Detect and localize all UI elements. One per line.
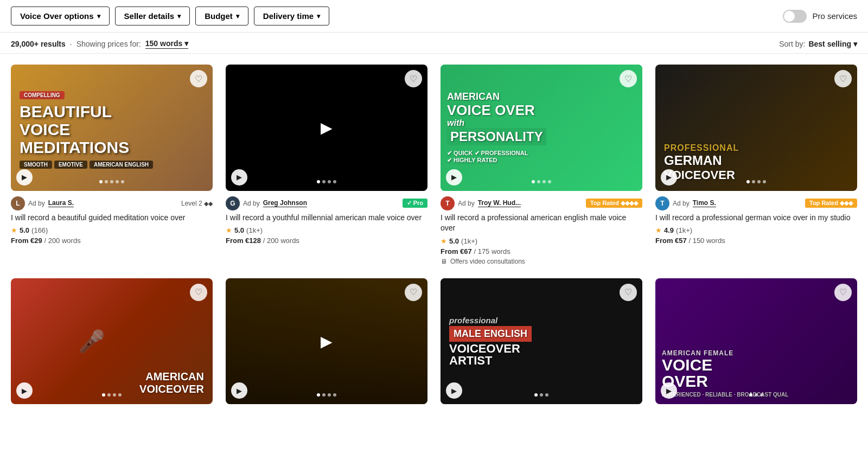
heart-button[interactable]: ♡ xyxy=(405,70,422,87)
card-4[interactable]: PROFESSIONAL GERMAN VOICEOVER ♡ ▶ T Ad b… xyxy=(655,65,857,265)
seller-name[interactable]: Timo S. xyxy=(693,199,716,207)
words-selector[interactable]: 150 words ▾ xyxy=(145,39,188,49)
star-icon: ★ xyxy=(11,226,17,234)
card-3[interactable]: AMERICAN VOICE OVER with PERSONALITY ✔ Q… xyxy=(441,65,642,265)
card-image: ▶ ♡ ▶ xyxy=(226,65,427,191)
seller-badge: ✓ Pro xyxy=(403,199,427,208)
play-button[interactable]: ▶ xyxy=(661,382,677,399)
pro-services-label: Pro services xyxy=(812,11,857,21)
voice-over-options-button[interactable]: Voice Over options ▾ xyxy=(11,7,110,25)
seller-details-label: Seller details xyxy=(124,11,175,21)
card-2[interactable]: ▶ ♡ ▶ G Ad by Greg Johnson ✓ Pro I will … xyxy=(226,65,427,265)
chevron-down-icon: ▾ xyxy=(317,12,320,20)
play-button[interactable]: ▶ xyxy=(16,382,33,399)
play-button[interactable]: ▶ xyxy=(661,169,677,186)
rating-row: ★ 5.0 (1k+) xyxy=(441,237,642,245)
rating-value: 5.0 xyxy=(234,226,244,234)
rating-count: (1k+) xyxy=(461,237,477,245)
cards-grid: COMPELLING BEAUTIFULVOICEMEDITATIONS SMO… xyxy=(0,54,868,420)
play-button[interactable]: ▶ xyxy=(446,382,462,399)
price-from: From €57 xyxy=(655,237,687,245)
card-image: AMERICAN FEMALE VOICE OVER EXPERIENCED ·… xyxy=(655,278,857,405)
card-image: ▶ ♡ ▶ xyxy=(226,278,427,405)
seller-details-button[interactable]: Seller details ▾ xyxy=(115,7,190,25)
price-from: From €67 xyxy=(441,247,472,255)
heart-button[interactable]: ♡ xyxy=(834,284,852,301)
card-title: I will record a professional german voic… xyxy=(655,213,857,223)
avatar: T xyxy=(655,196,669,210)
play-button[interactable]: ▶ xyxy=(231,382,247,399)
heart-button[interactable]: ♡ xyxy=(834,70,852,87)
seller-name[interactable]: Greg Johnson xyxy=(263,199,307,207)
video-icon: 🖥 xyxy=(441,258,447,265)
seller-row: T Ad by Troy W. Hud... Top Rated ◆◆◆◆ xyxy=(441,196,642,210)
seller-name[interactable]: Troy W. Hud... xyxy=(478,199,521,207)
rating-row: ★ 5.0 (166) xyxy=(11,226,213,234)
heart-button[interactable]: ♡ xyxy=(405,284,422,301)
card-image: PROFESSIONAL GERMAN VOICEOVER ♡ ▶ xyxy=(655,65,857,191)
card-6[interactable]: ▶ ♡ ▶ xyxy=(226,278,427,410)
avatar: T xyxy=(441,196,455,210)
heart-button[interactable]: ♡ xyxy=(620,70,637,87)
pro-badge: ✓ Pro xyxy=(403,199,427,208)
results-count: 29,000+ results xyxy=(11,40,66,48)
card-image: AMERICAN VOICE OVER with PERSONALITY ✔ Q… xyxy=(441,65,642,191)
seller-row: G Ad by Greg Johnson ✓ Pro xyxy=(226,196,427,210)
pro-services-toggle[interactable] xyxy=(783,10,807,23)
card-title: I will record a youthful millennial amer… xyxy=(226,213,427,223)
card-8[interactable]: AMERICAN FEMALE VOICE OVER EXPERIENCED ·… xyxy=(655,278,857,410)
sort-label: Sort by: xyxy=(779,40,805,48)
results-left: 29,000+ results · Showing prices for: 15… xyxy=(11,39,188,49)
play-button[interactable]: ▶ xyxy=(16,169,33,186)
price-row: From €29 / 200 words xyxy=(11,237,213,245)
seller-badge: Top Rated ◆◆◆ xyxy=(805,199,857,208)
avatar: L xyxy=(11,196,25,210)
rating-value: 4.9 xyxy=(664,226,674,234)
voice-over-options-label: Voice Over options xyxy=(20,11,94,21)
dot-separator: · xyxy=(70,40,72,48)
price-from: From €29 xyxy=(11,237,42,245)
chevron-down-icon: ▾ xyxy=(177,12,181,20)
ad-by-label: Ad by xyxy=(28,200,45,207)
chevron-down-icon: ▾ xyxy=(97,12,100,20)
price-row: From €67 / 175 words xyxy=(441,247,642,255)
star-icon: ★ xyxy=(655,226,662,234)
top-rated-badge: Top Rated ◆◆◆ xyxy=(805,199,857,208)
card-title: I will record a beautiful guided meditat… xyxy=(11,213,213,223)
consult-text: Offers video consultations xyxy=(450,258,525,265)
play-button[interactable]: ▶ xyxy=(446,169,462,186)
rating-count: (166) xyxy=(31,226,48,234)
heart-button[interactable]: ♡ xyxy=(190,284,207,301)
seller-left: L Ad by Laura S. xyxy=(11,196,74,210)
card-7[interactable]: professional MALE ENGLISH VOICEOVER ARTI… xyxy=(441,278,642,410)
seller-row: T Ad by Timo S. Top Rated ◆◆◆ xyxy=(655,196,857,210)
ad-by-label: Ad by xyxy=(243,200,260,207)
sort-dropdown[interactable]: Best selling ▾ xyxy=(808,40,857,48)
budget-button[interactable]: Budget ▾ xyxy=(195,7,248,25)
chevron-down-icon: ▾ xyxy=(184,39,188,48)
ad-by-label: Ad by xyxy=(458,200,475,207)
delivery-time-label: Delivery time xyxy=(263,11,314,21)
sort-area: Sort by: Best selling ▾ xyxy=(779,40,857,48)
card-image: AMERICAN VOICEOVER 🎤 ♡ ▶ xyxy=(11,278,213,405)
words-value: 150 words xyxy=(145,39,182,48)
results-bar: 29,000+ results · Showing prices for: 15… xyxy=(0,33,868,54)
ad-by-label: Ad by xyxy=(673,200,690,207)
seller-name[interactable]: Laura S. xyxy=(48,199,74,207)
budget-label: Budget xyxy=(205,11,233,21)
price-words: / 150 words xyxy=(688,237,725,245)
rating-row: ★ 5.0 (1k+) xyxy=(226,226,427,234)
heart-button[interactable]: ♡ xyxy=(190,70,207,87)
heart-button[interactable]: ♡ xyxy=(620,284,637,301)
card-1[interactable]: COMPELLING BEAUTIFULVOICEMEDITATIONS SMO… xyxy=(11,65,213,265)
play-button[interactable]: ▶ xyxy=(231,169,247,186)
rating-value: 5.0 xyxy=(20,226,29,234)
rating-count: (1k+) xyxy=(246,226,263,234)
seller-badge: Top Rated ◆◆◆◆ xyxy=(586,199,642,208)
price-from: From €128 xyxy=(226,237,261,245)
card-5[interactable]: AMERICAN VOICEOVER 🎤 ♡ ▶ xyxy=(11,278,213,410)
seller-row: L Ad by Laura S. Level 2 ◆◆ xyxy=(11,196,213,210)
rating-row: ★ 4.9 (1k+) xyxy=(655,226,857,234)
delivery-time-button[interactable]: Delivery time ▾ xyxy=(254,7,329,25)
showing-prices-label: Showing prices for: xyxy=(76,40,141,48)
